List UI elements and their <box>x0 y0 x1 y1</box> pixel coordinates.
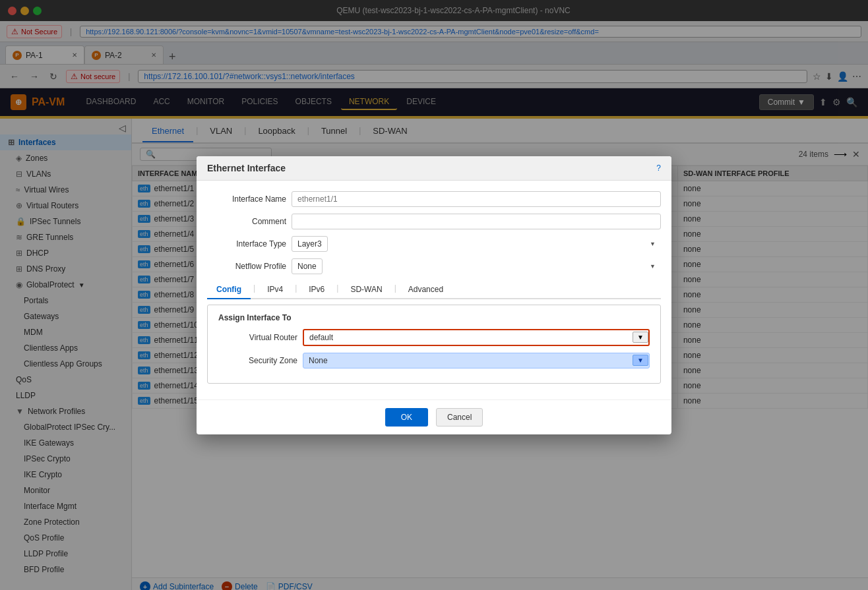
modal-overlay: Ethernet Interface ? Interface Name Comm… <box>0 0 868 590</box>
security-zone-wrapper: ▼ <box>303 353 650 369</box>
security-zone-input[interactable] <box>303 353 650 369</box>
modal-tabs: Config | IPv4 | IPv6 | SD-WAN | Advanced <box>207 281 661 299</box>
modal-tab-advanced[interactable]: Advanced <box>399 281 452 299</box>
security-zone-label: Security Zone <box>218 356 297 365</box>
ok-button[interactable]: OK <box>385 408 428 427</box>
modal-body: Interface Name Comment Interface Type La… <box>197 181 671 399</box>
modal-header: Ethernet Interface ? <box>197 156 671 181</box>
interface-type-label: Interface Type <box>207 239 286 249</box>
modal-tab-config[interactable]: Config <box>207 281 251 299</box>
modal-footer: OK Cancel <box>197 399 671 434</box>
security-zone-dropdown-button[interactable]: ▼ <box>633 355 648 366</box>
interface-name-input[interactable] <box>292 191 661 207</box>
modal-title: Ethernet Interface <box>207 163 286 173</box>
virtual-router-wrapper: ▼ <box>303 329 650 346</box>
modal-help-icon[interactable]: ? <box>656 163 661 173</box>
ethernet-interface-modal: Ethernet Interface ? Interface Name Comm… <box>197 156 671 434</box>
security-zone-row: Security Zone ▼ <box>218 353 650 369</box>
netflow-profile-row: Netflow Profile None <box>207 258 661 274</box>
interface-type-wrapper: Layer3 <box>292 236 661 252</box>
interface-type-row: Interface Type Layer3 <box>207 236 661 252</box>
assign-legend: Assign Interface To <box>218 313 650 322</box>
interface-name-row: Interface Name <box>207 191 661 207</box>
modal-tab-ipv4[interactable]: IPv4 <box>258 281 292 299</box>
virtual-router-dropdown-button[interactable]: ▼ <box>633 332 648 343</box>
cancel-button[interactable]: Cancel <box>436 408 483 427</box>
comment-input[interactable] <box>292 214 661 229</box>
netflow-profile-wrapper: None <box>292 258 661 274</box>
comment-label: Comment <box>207 217 286 226</box>
virtual-router-row: Virtual Router ▼ <box>218 329 650 346</box>
virtual-router-label: Virtual Router <box>218 333 297 342</box>
assign-interface-section: Assign Interface To Virtual Router ▼ Sec… <box>207 305 661 384</box>
comment-row: Comment <box>207 214 661 229</box>
netflow-profile-label: Netflow Profile <box>207 262 286 271</box>
interface-name-label: Interface Name <box>207 194 286 204</box>
modal-tab-sdwan[interactable]: SD-WAN <box>341 281 391 299</box>
modal-tab-ipv6[interactable]: IPv6 <box>299 281 334 299</box>
netflow-profile-select[interactable]: None <box>292 258 323 274</box>
interface-type-select[interactable]: Layer3 <box>292 236 328 252</box>
virtual-router-input[interactable] <box>303 329 650 346</box>
